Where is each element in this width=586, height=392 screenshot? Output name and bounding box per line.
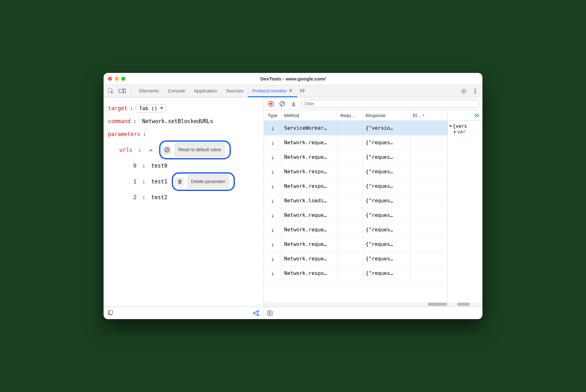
toggle-sidebar-icon[interactable] bbox=[267, 310, 273, 316]
target-row: target: Tab () bbox=[108, 102, 259, 115]
cell-elapsed bbox=[410, 164, 431, 179]
clear-icon[interactable] bbox=[278, 100, 286, 108]
arrow-down-icon: ↓ bbox=[271, 168, 274, 175]
filter-input[interactable] bbox=[301, 100, 479, 108]
close-tab-icon[interactable]: ✕ bbox=[289, 88, 293, 94]
cell-request bbox=[338, 179, 363, 193]
cell-response: {"reques… bbox=[363, 208, 410, 222]
protocol-monitor-pane: Type Method Requ… Response El… ↓ServiceW… bbox=[264, 98, 482, 319]
tab-sources[interactable]: Sources bbox=[222, 85, 248, 97]
cell-request bbox=[338, 266, 363, 280]
record-icon[interactable] bbox=[267, 100, 275, 108]
cell-elapsed bbox=[410, 208, 431, 222]
table-row[interactable]: ↓Network.loadi…{"reques… bbox=[264, 193, 447, 208]
cell-elapsed bbox=[410, 193, 431, 208]
monitor-body: Type Method Requ… Response El… ↓ServiceW… bbox=[264, 110, 482, 306]
settings-icon[interactable] bbox=[459, 86, 469, 96]
table-row[interactable]: ↓Network.respo…{"reques… bbox=[264, 164, 447, 179]
detail-scrollbar[interactable] bbox=[448, 302, 482, 306]
copy-icon[interactable] bbox=[107, 310, 113, 316]
cell-response: {"reques… bbox=[363, 193, 410, 208]
detail-tree[interactable]: {vers ver bbox=[448, 121, 482, 137]
table-row[interactable]: ↓Network.reque…{"reques… bbox=[264, 237, 447, 252]
arrow-down-icon: ↓ bbox=[271, 197, 274, 205]
cell-method: Network.respo… bbox=[282, 266, 338, 280]
cell-elapsed bbox=[410, 223, 431, 237]
download-icon[interactable] bbox=[290, 100, 297, 108]
cell-method: Network.reque… bbox=[282, 237, 338, 251]
arrow-down-icon: ↓ bbox=[271, 211, 274, 219]
table-row[interactable]: ↓ServiceWorker…{"versio… bbox=[264, 121, 447, 135]
col-type[interactable]: Type bbox=[264, 110, 282, 121]
table-row[interactable]: ↓Network.reque…{"reques… bbox=[264, 150, 447, 164]
reset-icon[interactable] bbox=[162, 145, 172, 155]
url-value: test0 bbox=[151, 159, 167, 172]
table-row[interactable]: ↓Network.reque…{"reques… bbox=[264, 135, 447, 150]
url-item-2[interactable]: 2 : test2 bbox=[108, 191, 259, 204]
arrow-down-icon: ↓ bbox=[271, 241, 274, 248]
col-response[interactable]: Response bbox=[363, 110, 410, 121]
trash-icon[interactable] bbox=[175, 177, 184, 187]
window-title: DevTools - www.google.com/ bbox=[104, 76, 482, 81]
device-toolbar-icon[interactable] bbox=[117, 86, 127, 96]
minimize-window-button[interactable] bbox=[115, 77, 119, 81]
cell-elapsed bbox=[410, 266, 431, 280]
cell-request bbox=[338, 237, 363, 251]
cell-request bbox=[338, 252, 363, 266]
tab-application[interactable]: Application bbox=[190, 85, 222, 97]
add-url-button[interactable]: ＋ bbox=[147, 146, 155, 154]
svg-line-16 bbox=[281, 102, 284, 105]
cell-method: Network.respo… bbox=[282, 164, 338, 179]
arrow-down-icon: ↓ bbox=[271, 255, 274, 263]
more-detail-tabs-icon[interactable] bbox=[474, 114, 480, 117]
table-row[interactable]: ↓Network.respo…{"reques… bbox=[264, 179, 447, 193]
table-row[interactable]: ↓Network.reque…{"reques… bbox=[264, 208, 447, 223]
close-window-button[interactable] bbox=[108, 77, 112, 81]
kebab-menu-icon[interactable] bbox=[470, 86, 480, 96]
url-value: test1 bbox=[151, 175, 167, 188]
col-method[interactable]: Method bbox=[282, 110, 338, 121]
tab-elements[interactable]: Elements bbox=[135, 85, 164, 97]
svg-point-3 bbox=[463, 90, 465, 92]
cell-response: {"reques… bbox=[363, 237, 410, 251]
table-row[interactable]: ↓Network.respo…{"reques… bbox=[264, 266, 447, 281]
svg-point-5 bbox=[475, 91, 476, 92]
send-button[interactable] bbox=[253, 310, 260, 316]
cell-elapsed bbox=[410, 135, 431, 150]
target-label: target bbox=[108, 102, 127, 115]
tab-console[interactable]: Console bbox=[164, 85, 190, 97]
command-editor-pane: target: Tab () command: Network.setBlock… bbox=[104, 98, 264, 319]
col-elapsed[interactable]: El… bbox=[410, 110, 431, 121]
table-body[interactable]: ↓ServiceWorker…{"versio…↓Network.reque…{… bbox=[264, 121, 447, 302]
zoom-window-button[interactable] bbox=[121, 77, 125, 81]
horizontal-scrollbar[interactable] bbox=[264, 302, 447, 306]
cell-method: Network.loadi… bbox=[282, 193, 338, 208]
command-label: command bbox=[108, 115, 131, 128]
url-index: 2 bbox=[133, 191, 136, 204]
tab-label: Protocol monitor bbox=[252, 88, 287, 93]
url-item-1[interactable]: 1 : test1 Delete parameter bbox=[108, 172, 259, 191]
arrow-down-icon: ↓ bbox=[271, 139, 274, 146]
url-item-0[interactable]: 0 : test0 bbox=[108, 159, 259, 172]
arrow-down-icon: ↓ bbox=[271, 124, 274, 132]
detail-tabs bbox=[448, 110, 482, 121]
reset-callout: Reset to default value bbox=[159, 140, 231, 159]
expand-icon[interactable] bbox=[454, 130, 456, 134]
table-row[interactable]: ↓Network.reque…{"reques… bbox=[264, 223, 447, 237]
table-row[interactable]: ↓Network.reque…{"reques… bbox=[264, 252, 447, 266]
cell-method: ServiceWorker… bbox=[282, 121, 338, 135]
svg-rect-2 bbox=[123, 89, 125, 93]
command-editor: target: Tab () command: Network.setBlock… bbox=[104, 98, 264, 306]
cell-elapsed bbox=[410, 179, 431, 193]
cell-request bbox=[338, 223, 363, 237]
tab-protocol-monitor[interactable]: Protocol monitor ✕ bbox=[248, 85, 297, 97]
cell-request bbox=[338, 208, 363, 222]
cell-request bbox=[338, 121, 363, 135]
col-request[interactable]: Requ… bbox=[338, 110, 363, 121]
inspect-element-icon[interactable] bbox=[106, 86, 116, 96]
parameters-label: parameters bbox=[108, 128, 140, 141]
cell-response: {"reques… bbox=[363, 266, 410, 280]
more-tabs-button[interactable] bbox=[297, 85, 308, 97]
expand-icon[interactable] bbox=[449, 125, 452, 127]
target-select[interactable]: Tab () bbox=[136, 104, 166, 112]
